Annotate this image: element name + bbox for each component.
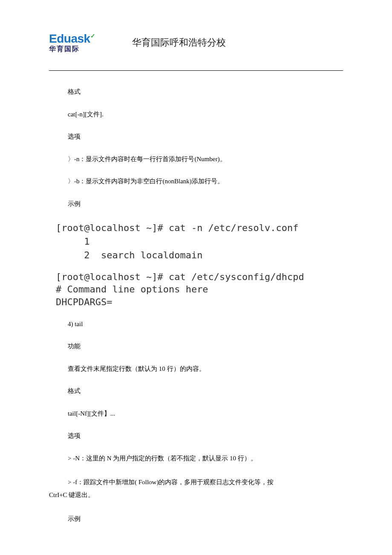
label-options-2: 选项 [49,431,343,441]
code-example-2: [root@localhost ~]# cat /etc/sysconfig/d… [56,271,343,309]
code-example-1: [root@localhost ~]# cat -n /etc/resolv.c… [56,221,343,262]
code-line: [root@localhost ~]# cat -n /etc/resolv.c… [56,221,343,235]
option-f-line1: > -f：跟踪文件中新增加( Follow)的内容，多用于观察日志文件变化等，按 [49,479,274,486]
label-function: 功能 [49,341,343,351]
document-header: Eduask✓ 华育国际 华育国际呼和浩特分校 [49,30,343,55]
logo-text-bottom: 华育国际 [49,46,80,52]
option-f-line2: CtrI+C 键退出。 [49,491,94,498]
label-example-2: 示例 [49,514,343,524]
code-line: # Command line options here [56,283,343,296]
logo: Eduask✓ 华育国际 [49,30,107,55]
tail-syntax: tail[-Nf][文件】... [49,409,343,419]
code-line: 2 search localdomain [56,249,343,262]
label-example-1: 示例 [49,199,343,209]
header-title: 华育国际呼和浩特分校 [119,36,226,49]
code-line: 1 [56,235,343,249]
code-line: [root@localhost ~]# cat /etc/sysconfig/d… [56,271,343,283]
divider [49,70,343,71]
label-format-1: 格式 [49,87,343,97]
option-n: 〉-n：显示文件内容时在每一行行首添加行号(Number)。 [49,154,343,164]
tail-description: 查看文件末尾指定行数（默认为 10 行）的内容。 [49,364,343,374]
cat-syntax: cat[-n][文件]. [49,110,343,119]
label-format-2: 格式 [49,386,343,396]
option-big-n: > -N：这里的 N 为用户指定的行数（若不指定，默认显示 10 行）。 [49,454,343,463]
option-b: 〉-b：显示文件内容时为非空白行(nonBlank)添加行号。 [49,176,343,186]
logo-text-top: Eduask✓ [49,33,95,45]
label-options-1: 选项 [49,132,343,142]
option-f: > -f：跟踪文件中新增加( Follow)的内容，多用于观察日志文件变化等，按… [49,476,343,501]
code-line: DHCPDARGS= [56,296,343,309]
item-tail: 4) tail [49,319,343,329]
